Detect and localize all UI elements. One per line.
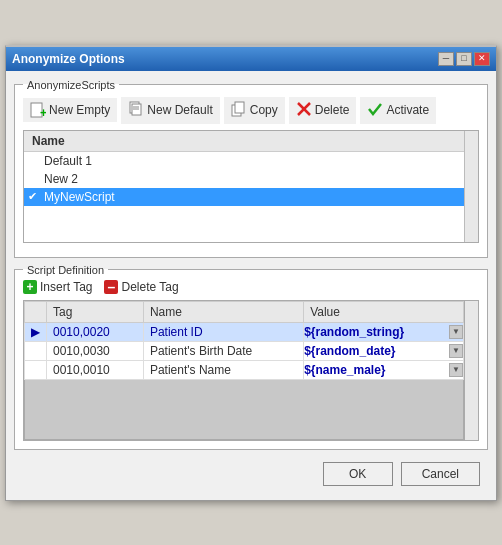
row-arrow-icon: ▶	[31, 325, 40, 339]
delete-icon	[296, 101, 312, 120]
item-name: New 2	[44, 172, 78, 186]
col-header-tag: Tag	[47, 301, 144, 322]
value-cell: ${random_string} ▼	[304, 322, 464, 341]
new-default-icon	[128, 101, 144, 120]
window-title: Anonymize Options	[12, 52, 125, 66]
list-item[interactable]: Default 1	[24, 152, 464, 170]
activate-button[interactable]: Activate	[360, 97, 436, 124]
value-text: ${name_male}	[304, 363, 385, 377]
copy-label: Copy	[250, 103, 278, 117]
value-dropdown-button[interactable]: ▼	[449, 325, 463, 339]
value-text: ${random_string}	[304, 325, 404, 339]
activate-icon	[367, 101, 383, 120]
anonymize-scripts-label: AnonymizeScripts	[23, 79, 119, 91]
row-indicator	[25, 341, 47, 360]
list-items: Default 1 New 2 ✔ MyNewScript	[24, 152, 464, 242]
tag-table: Tag Name Value ▶ 0010,0020 Patient ID	[24, 301, 464, 380]
insert-tag-button[interactable]: + Insert Tag	[23, 280, 92, 294]
tag-table-container: Tag Name Value ▶ 0010,0020 Patient ID	[23, 300, 479, 441]
main-window: Anonymize Options ─ □ ✕ AnonymizeScripts…	[5, 45, 497, 501]
table-row[interactable]: 0010,0030 Patient's Birth Date ${random_…	[25, 341, 464, 360]
tag-table-inner: Tag Name Value ▶ 0010,0020 Patient ID	[24, 301, 464, 440]
tag-cell: 0010,0010	[47, 360, 144, 379]
insert-tag-label: Insert Tag	[40, 280, 92, 294]
scripts-list-container: Name Default 1 New 2 ✔ MyNewScript	[23, 130, 479, 243]
col-header-arrow	[25, 301, 47, 322]
new-default-button[interactable]: New Default	[121, 97, 219, 124]
value-dropdown-button[interactable]: ▼	[449, 363, 463, 377]
maximize-button[interactable]: □	[456, 52, 472, 66]
list-item-selected[interactable]: ✔ MyNewScript	[24, 188, 464, 206]
table-scrollbar[interactable]	[464, 301, 478, 440]
script-definition-toolbar: + Insert Tag – Delete Tag	[23, 280, 479, 300]
value-cell: ${name_male} ▼	[304, 360, 464, 379]
delete-tag-button[interactable]: – Delete Tag	[104, 280, 178, 294]
delete-button[interactable]: Delete	[289, 97, 357, 124]
script-definition-label: Script Definition	[23, 264, 108, 276]
table-row[interactable]: ▶ 0010,0020 Patient ID ${random_string} …	[25, 322, 464, 341]
table-row[interactable]: 0010,0010 Patient's Name ${name_male} ▼	[25, 360, 464, 379]
item-name: Default 1	[44, 154, 92, 168]
name-cell: Patient ID	[143, 322, 303, 341]
scripts-list: Name Default 1 New 2 ✔ MyNewScript	[24, 131, 464, 242]
value-dropdown-button[interactable]: ▼	[449, 344, 463, 358]
new-empty-icon: +	[30, 102, 46, 118]
cancel-button[interactable]: Cancel	[401, 462, 480, 486]
list-column-header: Name	[24, 131, 464, 152]
activate-label: Activate	[386, 103, 429, 117]
value-text: ${random_date}	[304, 344, 395, 358]
list-scrollbar[interactable]	[464, 131, 478, 242]
list-item[interactable]: New 2	[24, 170, 464, 188]
new-empty-button[interactable]: + New Empty	[23, 98, 117, 122]
delete-tag-label: Delete Tag	[121, 280, 178, 294]
footer-buttons: OK Cancel	[14, 456, 488, 492]
row-indicator: ▶	[25, 322, 47, 341]
delete-label: Delete	[315, 103, 350, 117]
svg-rect-7	[235, 102, 244, 113]
svg-text:+: +	[40, 106, 46, 118]
script-definition-group: Script Definition + Insert Tag – Delete …	[14, 264, 488, 450]
new-empty-label: New Empty	[49, 103, 110, 117]
scripts-toolbar: + New Empty New Default Copy	[23, 95, 479, 130]
ok-button[interactable]: OK	[323, 462, 393, 486]
copy-button[interactable]: Copy	[224, 97, 285, 124]
name-cell: Patient's Name	[143, 360, 303, 379]
tag-cell: 0010,0030	[47, 341, 144, 360]
col-header-name: Name	[143, 301, 303, 322]
close-button[interactable]: ✕	[474, 52, 490, 66]
copy-icon	[231, 101, 247, 120]
new-default-label: New Default	[147, 103, 212, 117]
insert-tag-icon: +	[23, 280, 37, 294]
empty-table-area	[24, 380, 464, 440]
delete-tag-icon: –	[104, 280, 118, 294]
minimize-button[interactable]: ─	[438, 52, 454, 66]
window-body: AnonymizeScripts + New Empty New Default	[6, 71, 496, 500]
title-bar-buttons: ─ □ ✕	[438, 52, 490, 66]
col-header-value: Value	[304, 301, 464, 322]
name-cell: Patient's Birth Date	[143, 341, 303, 360]
item-name: MyNewScript	[44, 190, 115, 204]
tag-cell: 0010,0020	[47, 322, 144, 341]
row-indicator	[25, 360, 47, 379]
check-icon: ✔	[28, 190, 37, 203]
anonymize-scripts-group: AnonymizeScripts + New Empty New Default	[14, 79, 488, 258]
title-bar: Anonymize Options ─ □ ✕	[6, 47, 496, 71]
value-cell: ${random_date} ▼	[304, 341, 464, 360]
